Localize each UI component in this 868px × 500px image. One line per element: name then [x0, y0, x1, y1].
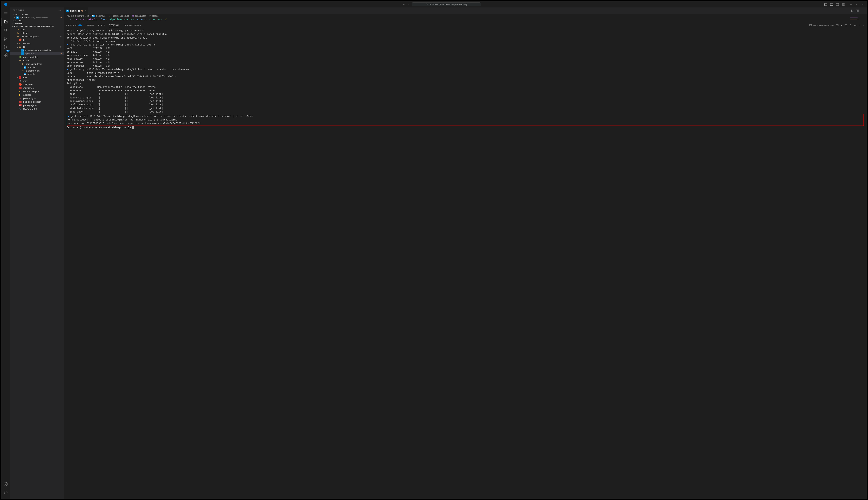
- typescript-icon: TS: [24, 73, 26, 75]
- tab-debug-console[interactable]: DEBUG CONSOLE: [124, 23, 141, 28]
- new-terminal-button[interactable]: +: [841, 24, 842, 26]
- svg-rect-35: [845, 24, 847, 26]
- modified-badge: M: [81, 10, 83, 12]
- accounts-button[interactable]: [2, 480, 10, 488]
- open-editor-item[interactable]: × TS pipeline.ts ~/my-eks-blueprints/...…: [10, 16, 64, 19]
- code-line[interactable]: 8 export default class PipelineConstruct…: [64, 18, 867, 22]
- tree-item[interactable]: npm.npmignore: [10, 86, 64, 90]
- tree-item[interactable]: ⌄🗁my-eks-blueprints: [10, 35, 64, 38]
- search-tab[interactable]: [2, 26, 10, 35]
- editor-tab[interactable]: TS pipeline.ts M ×: [64, 8, 88, 14]
- run-debug-tab[interactable]: [2, 35, 10, 43]
- split-editor-icon[interactable]: [856, 9, 859, 12]
- folder-open-icon: 🗁: [19, 59, 22, 62]
- tree-item[interactable]: ›🗀cdk.out: [10, 31, 64, 35]
- breadcrumb-item[interactable]: pipeline.ts: [96, 15, 105, 17]
- breadcrumb-item[interactable]: lib: [87, 15, 89, 17]
- minimize-button[interactable]: —: [850, 3, 852, 6]
- terminal-icon: [809, 24, 812, 26]
- open-editors-section[interactable]: ⌄OPEN EDITORS: [10, 13, 64, 16]
- tree-item[interactable]: TSindex.ts: [10, 72, 64, 76]
- nav-forward-button[interactable]: →: [408, 3, 410, 6]
- tree-item-label: application-team: [26, 63, 42, 65]
- extensions-tab[interactable]: [2, 51, 10, 59]
- close-panel-button[interactable]: ✕: [863, 24, 864, 26]
- folder-open-icon: 🗁: [21, 62, 24, 65]
- typescript-icon: TS: [21, 53, 24, 55]
- tree-item[interactable]: ›bin: [10, 38, 64, 42]
- tree-item[interactable]: TSindex.ts: [10, 66, 64, 69]
- titlebar: ← → ec2-user [SSH: eks-blueprint-remote]…: [1, 1, 867, 8]
- svg-rect-3: [824, 3, 825, 5]
- terminal-content[interactable]: Total 10 (delta 3), reused 0 (delta 0), …: [64, 28, 867, 499]
- chevron-icon: ›: [13, 32, 16, 34]
- tree-item[interactable]: npmpackage.json: [10, 103, 64, 107]
- customize-layout-icon[interactable]: [842, 3, 845, 6]
- menu-button[interactable]: [2, 10, 10, 18]
- layout-sidebar-right-icon[interactable]: [836, 3, 839, 6]
- source-control-tab[interactable]: 15: [2, 43, 10, 51]
- tree-item-label: aws: [21, 28, 25, 31]
- tree-item[interactable]: ⓘREADME.md: [10, 107, 64, 111]
- tree-item-label: bin: [23, 39, 26, 41]
- tree-item[interactable]: npmpackage-lock.json: [10, 100, 64, 103]
- chevron-icon: ⌄: [13, 35, 16, 38]
- split-terminal-icon[interactable]: [836, 24, 838, 26]
- explorer-tab[interactable]: [2, 18, 10, 26]
- tree-item[interactable]: TSmy-eks-blueprints-stack.ts: [10, 49, 64, 52]
- tree-item[interactable]: ⚙.env: [10, 79, 64, 83]
- maximize-panel-button[interactable]: ^: [859, 24, 860, 26]
- tree-item[interactable]: { }cdk.context.json: [10, 90, 64, 93]
- breadcrumb-item[interactable]: my-eks-blueprints: [67, 15, 84, 17]
- svg-point-0: [426, 3, 427, 5]
- minimap[interactable]: [850, 18, 864, 23]
- breadcrumb-item[interactable]: PipelineConstruct: [112, 15, 129, 17]
- tab-output[interactable]: OUTPUT: [86, 23, 94, 28]
- nav-back-button[interactable]: ←: [403, 3, 405, 6]
- command-center[interactable]: ec2-user [SSH: eks-blueprint-remote]: [412, 2, 481, 7]
- tree-item[interactable]: TSpipeline.tsM: [10, 52, 64, 55]
- breadcrumb-item[interactable]: stages: [152, 15, 159, 17]
- split-terminal-right-icon[interactable]: [845, 24, 847, 26]
- tree-item[interactable]: ›🗀cdk.out: [10, 42, 64, 45]
- tree-item[interactable]: ⌄🗁teams: [10, 59, 64, 62]
- svg-rect-10: [842, 5, 843, 5]
- command-center-text: ec2-user [SSH: eks-blueprint-remote]: [430, 3, 467, 6]
- tab-problems[interactable]: PROBLEMS1: [66, 23, 82, 28]
- breadcrumb[interactable]: my-eks-blueprints› lib› TS pipeline.ts› …: [64, 14, 867, 18]
- timeline-section[interactable]: ›TIMELINE: [10, 22, 64, 25]
- tree-item[interactable]: ›🗀aws: [10, 28, 64, 31]
- node-icon: ⬢: [19, 56, 22, 58]
- tree-item[interactable]: ⌄🗁application-team: [10, 62, 64, 66]
- close-tab-button[interactable]: ×: [84, 10, 86, 12]
- svg-rect-22: [4, 54, 5, 55]
- editor-more-button[interactable]: ···: [861, 9, 864, 12]
- layout-sidebar-left-icon[interactable]: [824, 3, 827, 6]
- tab-ports[interactable]: PORTS: [98, 23, 105, 28]
- tree-item[interactable]: ›🗀platform-team: [10, 69, 64, 72]
- compare-icon[interactable]: [851, 9, 854, 12]
- git-folder-icon: [19, 38, 22, 41]
- tree-item-label: README.md: [23, 107, 37, 110]
- terminal-shell-button[interactable]: bash - my-eks-blueprints: [809, 24, 834, 26]
- tree-item[interactable]: ›✔test: [10, 76, 64, 79]
- breadcrumb-item[interactable]: constructor: [135, 15, 146, 17]
- close-window-button[interactable]: ✕: [862, 3, 864, 6]
- sidebar-more-button[interactable]: ···: [58, 9, 61, 11]
- terminal-more-button[interactable]: ···: [854, 24, 857, 26]
- settings-button[interactable]: [2, 488, 10, 497]
- outline-section[interactable]: ›OUTLINE: [10, 19, 64, 22]
- layout-panel-icon[interactable]: [830, 3, 833, 6]
- maximize-button[interactable]: □: [856, 3, 858, 6]
- tree-item[interactable]: ⌄🗁lib: [10, 45, 64, 49]
- workspace-section[interactable]: ⌄EC2-USER [SSH: EKS-BLUEPRINT-REMOTE]: [10, 25, 64, 28]
- tree-item[interactable]: ›⬢node_modules: [10, 55, 64, 59]
- tree-item[interactable]: { }cdk.json: [10, 93, 64, 96]
- trash-icon[interactable]: [849, 24, 852, 26]
- tree-item[interactable]: .gitignore: [10, 83, 64, 86]
- tab-terminal[interactable]: TERMINAL: [110, 23, 119, 28]
- tree-item[interactable]: ◉jest.config.js: [10, 96, 64, 100]
- json-icon: { }: [19, 90, 22, 93]
- close-editor-button[interactable]: ×: [13, 16, 15, 19]
- open-editor-name: pipeline.ts: [20, 16, 30, 19]
